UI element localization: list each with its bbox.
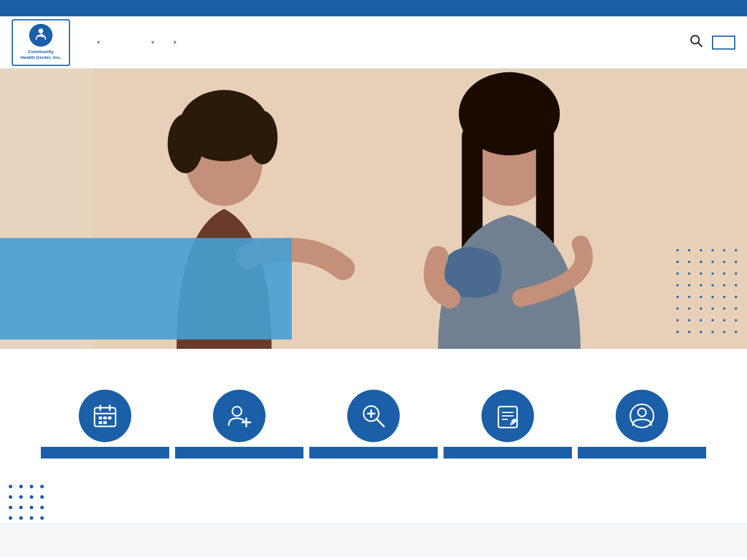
svg-point-36: [19, 485, 23, 488]
svg-point-42: [40, 495, 44, 499]
nav-contact-us[interactable]: [186, 37, 200, 48]
cta-job-label: [444, 447, 572, 459]
cta-become-patient[interactable]: [175, 390, 303, 459]
cta-patient-label: [175, 447, 303, 459]
bottom-section: // Will be rendered via inline SVG dots: [0, 470, 747, 523]
person-add-icon-circle: [213, 390, 266, 442]
cta-portal-label: [578, 447, 706, 459]
nav-who-we-are[interactable]: ▾: [164, 33, 183, 51]
svg-point-37: [30, 485, 33, 488]
svg-rect-20: [99, 421, 102, 424]
cta-make-appointment[interactable]: [41, 390, 169, 459]
chevron-down-icon: ▾: [151, 39, 154, 46]
calendar-icon-circle: [79, 390, 131, 442]
svg-rect-18: [103, 416, 107, 419]
svg-point-6: [167, 114, 203, 173]
nav-work-with-us[interactable]: [125, 37, 139, 48]
svg-line-2: [699, 43, 703, 47]
cta-appointment-label: [41, 447, 169, 459]
svg-point-45: [30, 506, 33, 509]
cta-visit-portal[interactable]: [578, 390, 706, 459]
chevron-down-icon: ▾: [97, 39, 100, 46]
svg-point-35: [9, 485, 12, 488]
hero-text-box: [0, 238, 292, 340]
search-plus-icon-circle: [347, 390, 400, 442]
nav-what-we-do[interactable]: ▾: [142, 33, 161, 51]
svg-point-43: [9, 506, 12, 509]
svg-rect-17: [99, 416, 102, 419]
chevron-down-icon: ▾: [173, 39, 176, 46]
svg-line-26: [376, 419, 384, 426]
svg-point-46: [40, 506, 44, 509]
svg-point-47: [9, 516, 12, 520]
svg-point-44: [19, 506, 23, 509]
nav-right: [690, 34, 735, 50]
svg-point-50: [40, 516, 44, 520]
logo[interactable]: CommunityHealth Center, Inc.: [12, 19, 70, 66]
hero-headline: [18, 256, 268, 309]
nav-for-patients[interactable]: ▾: [88, 33, 107, 51]
cta-clinic-label: [309, 447, 438, 459]
svg-point-41: [30, 495, 33, 499]
svg-rect-29: [498, 407, 517, 428]
nav-links: ▾ ▾ ▾: [88, 33, 690, 51]
cta-cards: [12, 390, 735, 459]
svg-point-38: [40, 485, 44, 488]
svg-point-48: [19, 516, 23, 520]
dot-pattern-right: const dotContainer = document.querySelec…: [672, 245, 741, 337]
cta-find-clinic[interactable]: [309, 390, 438, 459]
cta-apply-job[interactable]: [444, 390, 572, 459]
hero-section: const dotContainer = document.querySelec…: [0, 69, 747, 349]
svg-point-0: [39, 29, 43, 33]
visit-patient-portal-nav-button[interactable]: [712, 36, 735, 50]
services-section: [0, 523, 747, 558]
svg-rect-21: [103, 421, 107, 424]
svg-point-34: [638, 408, 646, 416]
svg-point-39: [9, 495, 12, 499]
logo-text: CommunityHealth Center, Inc.: [20, 49, 61, 61]
svg-point-49: [30, 516, 33, 520]
main-nav: CommunityHealth Center, Inc. ▾ ▾ ▾: [0, 16, 747, 69]
search-button[interactable]: [690, 34, 703, 50]
svg-point-22: [232, 407, 242, 416]
person-circle-icon-circle: [616, 390, 668, 442]
nav-our-locations[interactable]: [109, 37, 123, 48]
svg-point-40: [19, 495, 23, 499]
top-bar: [0, 0, 747, 16]
cta-section: [0, 349, 747, 470]
svg-point-1: [691, 36, 699, 44]
svg-rect-19: [108, 416, 111, 419]
svg-point-7: [248, 111, 278, 164]
dot-pattern-bottom-left: // Will be rendered via inline SVG dots: [0, 476, 64, 523]
edit-icon-circle: [481, 390, 534, 442]
